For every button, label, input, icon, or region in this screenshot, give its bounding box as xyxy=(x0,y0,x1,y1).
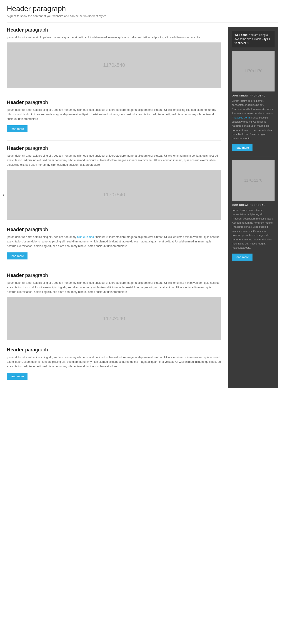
sidebar-proposal-2-readmore-button[interactable]: read more xyxy=(232,254,252,260)
sidebar: Well done! You are using a awesome site … xyxy=(228,27,278,388)
section-3-header: Header paragraph xyxy=(7,145,221,151)
section-5: Header paragraph ipsum dolor sit amet ad… xyxy=(7,272,221,340)
divider-2 xyxy=(7,140,221,141)
section-4-text-before-link: ipsum dolor sit amet adipics cing elit, … xyxy=(7,236,77,238)
sidebar-proposal-1-text-after-link: Fusce suscipit suscipit varius mi. Cum s… xyxy=(232,116,272,140)
section-5-header-bold: Header xyxy=(7,272,24,278)
content-layout: Header paragraph ipsum dolor sit amet er… xyxy=(7,27,278,388)
section-1-text: ipsum dolor sit amet erat olutpalote mag… xyxy=(7,35,221,40)
section-5-header: Header paragraph xyxy=(7,272,221,278)
section-6: Header paragraph ipsum dolor sit amet ad… xyxy=(7,347,221,381)
sidebar-well-done-text: Well done! xyxy=(234,33,248,36)
sidebar-proposal-2-image-label: 1170x1170 xyxy=(244,178,262,182)
section-1-header: Header paragraph xyxy=(7,27,221,33)
section-2-text: ipsum dolor sit amet adipics cing elit, … xyxy=(7,108,221,121)
sidebar-proposal-1-text: Lorem ipsum dolor sit amet, consectetuer… xyxy=(232,99,274,140)
sidebar-proposal-1-image: 1170x1170 xyxy=(232,50,274,92)
section-4-header-bold: Header xyxy=(7,226,24,232)
sidebar-proposal-2-text: Lorem ipsum dolor sit amet, consectetuer… xyxy=(232,208,274,250)
section-3-image: › 1170x540 xyxy=(7,170,221,220)
section-5-image-label: 1170x540 xyxy=(103,316,125,322)
section-4-text: ipsum dolor sit amet adipics cing elit, … xyxy=(7,235,221,248)
section-6-text: ipsum dolor sit amet adipics cing elit, … xyxy=(7,355,221,369)
section-2-header-light: paragraph xyxy=(25,100,48,105)
section-4-header: Header paragraph xyxy=(7,226,221,232)
section-6-header-light: paragraph xyxy=(25,347,48,352)
sidebar-proposal-1-image-label: 1170x1170 xyxy=(244,69,262,73)
section-5-image: 1170x540 xyxy=(7,297,221,340)
section-1-header-bold: Header xyxy=(7,27,24,33)
section-3-header-bold: Header xyxy=(7,145,24,151)
section-1-image: 1170x540 xyxy=(7,42,221,88)
section-2-header: Header paragraph xyxy=(7,100,221,105)
section-6-readmore-button[interactable]: read more xyxy=(7,373,28,380)
top-divider xyxy=(7,22,278,22)
section-1: Header paragraph ipsum dolor sit amet er… xyxy=(7,27,221,88)
divider-1 xyxy=(7,95,221,95)
section-3: Header paragraph ipsum dolor sit amet ad… xyxy=(7,145,221,220)
sidebar-divider xyxy=(232,156,274,156)
section-5-text: ipsum dolor sit amet adipics cing elit, … xyxy=(7,280,221,294)
page-subtitle: A great to show the content of your webs… xyxy=(7,14,278,18)
section-3-image-label: 1170x540 xyxy=(103,192,125,198)
section-1-image-label: 1170x540 xyxy=(103,62,125,68)
carousel-left-arrow-icon[interactable]: › xyxy=(3,192,4,197)
section-2: Header paragraph ipsum dolor sit amet ad… xyxy=(7,100,221,134)
section-3-header-light: paragraph xyxy=(25,145,48,151)
section-6-header-bold: Header xyxy=(7,347,24,352)
section-6-header: Header paragraph xyxy=(7,347,221,353)
sidebar-proposal-2-image: 1170x1170 xyxy=(232,160,274,201)
section-3-text: ipsum dolor sit amet adipics cing elit, … xyxy=(7,154,221,167)
page-wrapper: Header paragraph A great to show the con… xyxy=(0,0,285,392)
sidebar-proposal-1-readmore-button[interactable]: read more xyxy=(232,144,252,151)
sidebar-proposal-1-text-before-link: Lorem ipsum dolor sit amet, consectetuer… xyxy=(232,100,273,115)
sidebar-proposal-1-title: OUR GREAT PROPOSAL xyxy=(232,94,274,97)
main-content: Header paragraph ipsum dolor sit amet er… xyxy=(7,27,221,388)
section-2-header-bold: Header xyxy=(7,100,24,105)
section-5-header-light: paragraph xyxy=(25,272,48,278)
page-title: Header paragraph xyxy=(7,4,278,13)
section-2-readmore-button[interactable]: read more xyxy=(7,125,28,132)
sidebar-proposal-1-link[interactable]: Phasellus porta. xyxy=(232,116,250,119)
section-4-readmore-button[interactable]: read more xyxy=(7,252,28,260)
sidebar-well-period: . xyxy=(248,42,249,45)
sidebar-proposal-2-title: OUR GREAT PROPOSAL xyxy=(232,204,274,206)
section-4: Header paragraph ipsum dolor sit amet ad… xyxy=(7,226,221,261)
section-4-header-light: paragraph xyxy=(25,226,48,232)
sidebar-well-banner: Well done! You are using a awesome site … xyxy=(232,31,274,48)
section-4-link[interactable]: nibh euismod xyxy=(77,236,94,238)
